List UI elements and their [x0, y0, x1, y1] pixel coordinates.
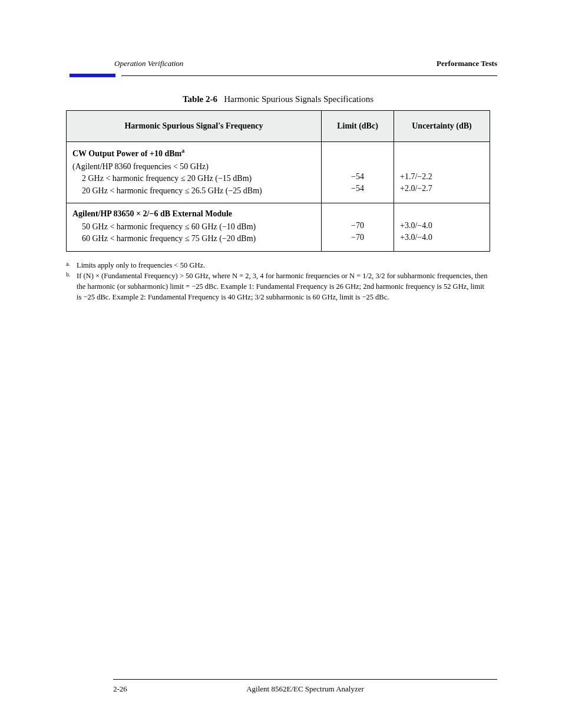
block2-row1-c1: 50 GHz < harmonic frequency ≤ 60 GHz (−1… — [72, 221, 315, 233]
block2-row2-c1: 60 GHz < harmonic frequency ≤ 75 GHz (−2… — [72, 233, 315, 245]
block1-row2-c2: −54 — [328, 183, 388, 195]
block2-row2-c3: +3.0/−4.0 — [400, 232, 484, 243]
table-caption: Table 2-6 Harmonic Spurious Signals Spec… — [59, 94, 497, 104]
col-header-frequency: Harmonic Spurious Signal's Frequency — [67, 111, 322, 142]
cell-frequency: CW Output Power of +10 dBma (Agilent/HP … — [67, 142, 322, 203]
footer-doc-title: Agilent 8562E/EC Spectrum Analyzer — [113, 684, 497, 694]
page-root: Operation Verification Performance Tests… — [0, 0, 562, 728]
table-caption-text: Harmonic Spurious Signals Specifications — [224, 94, 373, 104]
block1-row1-c2: −54 — [328, 171, 388, 183]
cell-frequency: Agilent/HP 83650 × 2/−6 dB External Modu… — [67, 203, 322, 251]
cell-limit: −54 −54 — [322, 142, 394, 203]
table-row: Agilent/HP 83650 × 2/−6 dB External Modu… — [67, 203, 490, 251]
spec-table: Harmonic Spurious Signal's Frequency Lim… — [66, 110, 490, 252]
spec-table-body: CW Output Power of +10 dBma (Agilent/HP … — [67, 142, 490, 252]
spec-table-head: Harmonic Spurious Signal's Frequency Lim… — [67, 111, 490, 142]
page-footer: 2-26 Agilent 8562E/EC Spectrum Analyzer — [113, 684, 497, 694]
table-header-row: Harmonic Spurious Signal's Frequency Lim… — [67, 111, 490, 142]
table-footnotes: a. Limits apply only to frequencies < 50… — [66, 260, 490, 303]
block1-title: CW Output Power of +10 dBma — [72, 147, 315, 160]
footnote-a-marker: a. — [66, 260, 77, 271]
header-thin-rule — [121, 75, 497, 76]
header-subsection: Performance Tests — [437, 59, 497, 68]
table-caption-number: Table 2-6 — [183, 94, 217, 104]
block2-row1-c2: −70 — [328, 220, 388, 232]
footnote-a: a. Limits apply only to frequencies < 50… — [66, 260, 490, 271]
running-header: Operation Verification Performance Tests — [114, 59, 497, 68]
block2-row1-c3: +3.0/−4.0 — [400, 220, 484, 232]
header-section: Operation Verification — [114, 59, 183, 68]
block1-row2-c3: +2.0/−2.7 — [400, 183, 484, 195]
cell-uncertainty: +1.7/−2.2 +2.0/−2.7 — [394, 142, 490, 203]
cell-limit: −70 −70 — [322, 203, 394, 251]
block2-row2-c2: −70 — [328, 232, 388, 243]
accent-bar — [70, 74, 115, 77]
col-header-limit: Limit (dBc) — [322, 111, 394, 142]
block2-title: Agilent/HP 83650 × 2/−6 dB External Modu… — [72, 208, 315, 220]
cell-uncertainty: +3.0/−4.0 +3.0/−4.0 — [394, 203, 490, 251]
footnote-b: b. If (N) × (Fundamental Frequency) > 50… — [66, 271, 490, 302]
block1-row1-c3: +1.7/−2.2 — [400, 171, 484, 183]
footer-rule — [113, 679, 497, 680]
block1-row1-c1: 2 GHz < harmonic frequency ≤ 20 GHz (−15… — [72, 173, 315, 185]
footnote-b-marker: b. — [66, 271, 77, 302]
block1-note: (Agilent/HP 8360 frequencies < 50 GHz) — [72, 161, 315, 173]
col-header-uncertainty: Uncertainty (dB) — [394, 111, 490, 142]
block1-row2-c1: 20 GHz < harmonic frequency ≤ 26.5 GHz (… — [72, 185, 315, 197]
footnote-a-text: Limits apply only to frequencies < 50 GH… — [77, 260, 490, 271]
table-row: CW Output Power of +10 dBma (Agilent/HP … — [67, 142, 490, 203]
header-rule — [70, 74, 497, 77]
footnote-b-text: If (N) × (Fundamental Frequency) > 50 GH… — [77, 271, 490, 302]
